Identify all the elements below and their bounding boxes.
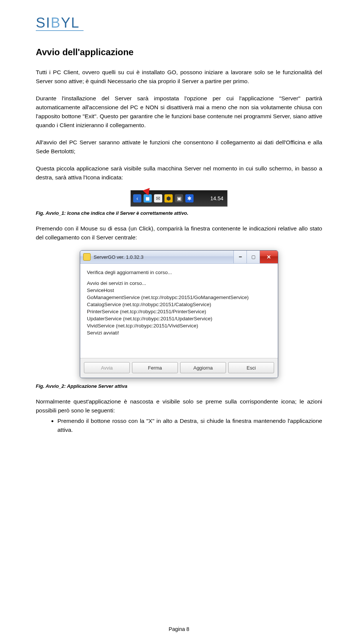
figure-caption-1: Fig. Avvio_1: Icona che indica che il Se…	[36, 210, 322, 216]
tray-network-icon: ▣	[175, 194, 183, 202]
paragraph-1: Tutti i PC Client, ovvero quelli su cui …	[36, 68, 322, 86]
paragraph-3: All'avvio del PC Server saranno attivate…	[36, 138, 322, 156]
window-title: ServerGO ver. 1.0.32.3	[94, 254, 144, 260]
tray-clock: 14.54	[210, 195, 223, 201]
log-line: ServiceHost	[87, 288, 271, 293]
minimize-icon: ━	[239, 254, 242, 260]
servergo-window: ServerGO ver. 1.0.32.3 ━ ▢ ✕ Verifica de…	[80, 250, 278, 378]
aggiorna-button[interactable]: Aggiorna	[180, 362, 226, 373]
action-list: Premendo il bottone rosso con la "X" in …	[36, 417, 322, 434]
paragraph-4: Questa piccola applicazione sarà visibil…	[36, 164, 322, 182]
avvia-button[interactable]: Avvia	[84, 362, 130, 373]
window-body: Verifica degli aggiornamenti in corso...…	[80, 264, 278, 358]
log-line: Verifica degli aggiornamenti in corso...	[87, 270, 271, 275]
maximize-icon: ▢	[251, 254, 255, 260]
window-footer: Avvia Ferma Aggiorna Esci	[80, 358, 278, 378]
log-line: VividService (net.tcp://robypc:20151/Viv…	[87, 323, 271, 329]
ferma-button[interactable]: Ferma	[132, 362, 178, 373]
document-page: SIBYL Avvio dell'applicazione Tutti i PC…	[0, 0, 358, 644]
window-control-buttons: ━ ▢ ✕	[233, 251, 278, 263]
maximize-button[interactable]: ▢	[246, 251, 260, 263]
tray-chat-icon: ✉	[154, 194, 162, 202]
close-icon: ✕	[267, 254, 271, 260]
log-line: GoManagementService (net.tcp://robypc:20…	[87, 295, 271, 300]
log-line: Avvio dei servizi in corso...	[87, 280, 271, 286]
log-line: UpdaterService (net.tcp://robypc:20151/U…	[87, 316, 271, 321]
sibyl-logo: SIBYL	[36, 15, 322, 32]
minimize-button[interactable]: ━	[233, 251, 246, 263]
dialog-screenshot: ServerGO ver. 1.0.32.3 ━ ▢ ✕ Verifica de…	[36, 250, 322, 378]
paragraph-5: Premendo con il Mouse su di essa (un Cli…	[36, 224, 322, 242]
figure-caption-2: Fig. Avvio_2: Applicazione Server attiva	[36, 383, 322, 389]
tray-shield-icon: ⬢	[164, 194, 173, 202]
tray-bluetooth-icon: ✱	[185, 194, 194, 202]
esci-button[interactable]: Esci	[228, 362, 274, 373]
close-button[interactable]: ✕	[260, 251, 278, 263]
window-titlebar: ServerGO ver. 1.0.32.3 ━ ▢ ✕	[80, 251, 278, 264]
page-title: Avvio dell'applicazione	[36, 47, 322, 57]
log-line: Servizi avviati!	[87, 330, 271, 336]
page-number: Pagina 8	[0, 626, 358, 632]
window-app-icon	[83, 253, 91, 261]
log-line: CatalogService (net.tcp://robypc:20151/C…	[87, 302, 271, 307]
list-item: Premendo il bottone rosso con la "X" in …	[57, 417, 322, 434]
paragraph-6: Normalmente quest'applicazione è nascost…	[36, 397, 322, 415]
log-line: PrinterService (net.tcp://robypc:20151/P…	[87, 309, 271, 314]
tray-chevron-icon: ‹	[133, 194, 141, 202]
paragraph-2: Durante l'installazione del Server sarà …	[36, 94, 322, 130]
system-tray-screenshot: ‹ ◼ ✉ ⬢ ▣ ✱ 14.54	[131, 190, 227, 207]
svg-text:SIBYL: SIBYL	[36, 15, 80, 31]
